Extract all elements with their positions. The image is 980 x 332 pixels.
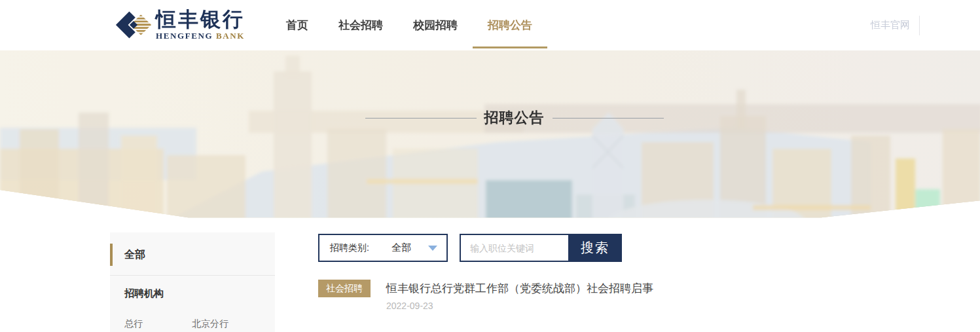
header: 恒丰银行 HENGFENG BANK 首页 社会招聘 校园招聘 招聘公告 恒丰官… <box>0 0 980 50</box>
category-dropdown[interactable]: 招聘类别: 全部 <box>318 234 448 262</box>
hero-banner: 招聘公告 <box>0 50 980 226</box>
city-skyline-image <box>0 50 980 226</box>
sidebar-item-all[interactable]: 全部 <box>110 232 275 275</box>
banner-title-row: 招聘公告 <box>24 108 980 128</box>
header-divider <box>919 16 920 35</box>
title-right-line <box>553 118 664 119</box>
logo-name-en: HENGFENG BANK <box>156 31 245 41</box>
category-selected-value: 全部 <box>391 242 411 254</box>
nav-item-home[interactable]: 首页 <box>271 0 323 50</box>
sidebar-all-label: 全部 <box>124 249 145 260</box>
main-nav: 首页 社会招聘 校园招聘 招聘公告 <box>271 0 547 50</box>
official-site-link[interactable]: 恒丰官网 <box>871 19 910 31</box>
posting-date: 2022-09-23 <box>386 301 653 311</box>
title-left-line <box>365 118 477 119</box>
org-list: 总行 北京分行 <box>110 300 275 332</box>
list-item[interactable]: 社会招聘 恒丰银行总行党群工作部（党委统战部）社会招聘启事 2022-09-23 <box>318 280 881 311</box>
list-item-body: 恒丰银行总行党群工作部（党委统战部）社会招聘启事 2022-09-23 <box>386 280 653 311</box>
recruitment-page: 恒丰银行 HENGFENG BANK 首页 社会招聘 校园招聘 招聘公告 恒丰官… <box>0 0 980 332</box>
category-badge: 社会招聘 <box>318 280 371 297</box>
nav-item-recruitment-notice[interactable]: 招聘公告 <box>473 0 547 50</box>
keyword-search-input[interactable] <box>460 234 568 262</box>
search-box: 搜索 <box>460 234 622 262</box>
bank-logo[interactable]: 恒丰银行 HENGFENG BANK <box>115 7 245 43</box>
chevron-down-icon <box>428 246 437 251</box>
org-item-head-office[interactable]: 总行 <box>124 318 143 330</box>
search-button[interactable]: 搜索 <box>568 234 622 262</box>
filter-row: 招聘类别: 全部 搜索 <box>318 234 622 262</box>
job-posting-list: 社会招聘 恒丰银行总行党群工作部（党委统战部）社会招聘启事 2022-09-23 <box>318 280 881 311</box>
hengfeng-diamond-logo-icon <box>115 7 152 43</box>
filter-sidebar: 全部 招聘机构 总行 北京分行 <box>110 232 275 332</box>
logo-name-cn: 恒丰银行 <box>156 9 245 31</box>
nav-item-campus-recruitment[interactable]: 校园招聘 <box>398 0 473 50</box>
active-indicator-bar <box>110 244 113 266</box>
org-item-beijing-branch[interactable]: 北京分行 <box>192 318 228 330</box>
logo-text: 恒丰银行 HENGFENG BANK <box>156 9 245 41</box>
header-right: 恒丰官网 <box>871 0 920 50</box>
category-label: 招聘类别: <box>330 242 369 254</box>
nav-item-social-recruitment[interactable]: 社会招聘 <box>323 0 398 50</box>
page-title: 招聘公告 <box>484 108 545 128</box>
sidebar-section-title: 招聘机构 <box>110 276 275 300</box>
posting-title[interactable]: 恒丰银行总行党群工作部（党委统战部）社会招聘启事 <box>386 280 653 297</box>
